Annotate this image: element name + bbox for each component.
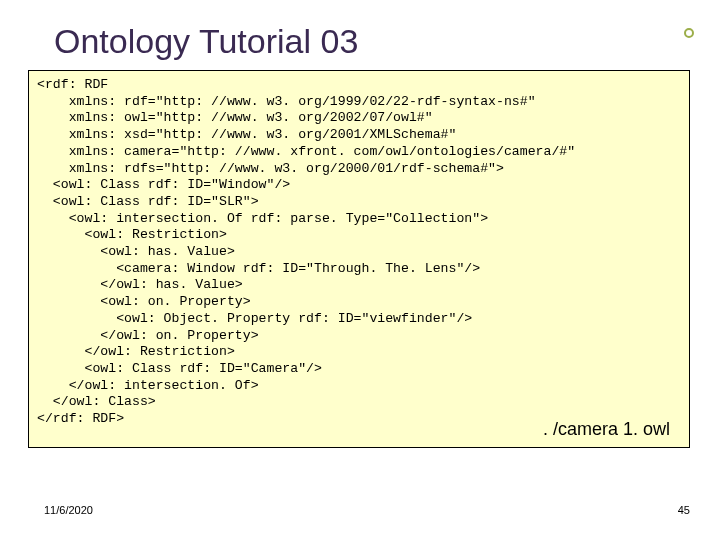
file-label: . /camera 1. owl bbox=[543, 419, 670, 440]
slide-title: Ontology Tutorial 03 bbox=[54, 22, 358, 61]
slide: Ontology Tutorial 03 <rdf: RDF xmlns: rd… bbox=[0, 0, 720, 540]
accent-dot-icon bbox=[684, 28, 694, 38]
footer-page-number: 45 bbox=[678, 504, 690, 516]
code-content: <rdf: RDF xmlns: rdf="http: //www. w3. o… bbox=[37, 77, 681, 428]
code-box: <rdf: RDF xmlns: rdf="http: //www. w3. o… bbox=[28, 70, 690, 448]
footer-date: 11/6/2020 bbox=[44, 504, 93, 516]
